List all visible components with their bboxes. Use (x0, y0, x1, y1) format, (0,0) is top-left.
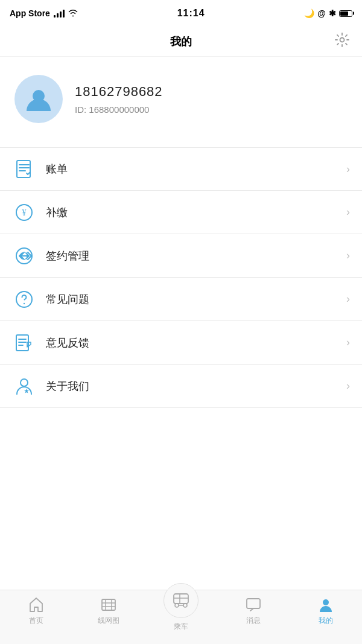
mine-icon (317, 596, 334, 613)
menu-label-bill: 账单 (46, 162, 346, 176)
chevron-right-icon: › (346, 249, 350, 262)
svg-rect-21 (174, 594, 188, 604)
status-time: 11:14 (177, 8, 205, 19)
svg-point-0 (340, 37, 345, 42)
tab-item-mine[interactable]: 我的 (290, 596, 362, 626)
menu-label-repay: 补缴 (46, 205, 346, 220)
menu-label-feedback: 意见反馈 (46, 336, 346, 350)
bill-icon (12, 157, 36, 181)
tab-item-ride[interactable]: 乘车 (145, 583, 217, 632)
profile-info: 18162798682 ID: 168800000000 (75, 84, 163, 115)
chevron-right-icon: › (346, 163, 350, 176)
at-icon: @ (317, 8, 326, 18)
profile-phone: 18162798682 (75, 84, 163, 100)
page-title: 我的 (170, 34, 192, 49)
tab-label-message: 消息 (246, 616, 261, 626)
svg-rect-11 (16, 335, 28, 351)
bluetooth-icon: ✱ (329, 8, 336, 18)
menu-list: 账单 › ¥ 补缴 › (0, 147, 362, 408)
menu-item-contract[interactable]: 签约管理 › (0, 234, 362, 278)
svg-rect-16 (102, 599, 115, 610)
menu-item-faq[interactable]: 常见问题 › (0, 278, 362, 321)
moon-icon: 🌙 (304, 8, 314, 18)
svg-point-24 (175, 604, 179, 607)
svg-point-29 (323, 599, 329, 605)
repay-icon: ¥ (12, 200, 36, 225)
menu-item-feedback[interactable]: 意见反馈 › (0, 321, 362, 365)
tab-label-map: 线网图 (98, 616, 119, 626)
home-icon (28, 596, 45, 613)
menu-label-contract: 签约管理 (46, 249, 346, 263)
tab-bar: 首页 线网图 乘 (0, 590, 362, 644)
menu-item-repay[interactable]: ¥ 补缴 › (0, 191, 362, 234)
chevron-right-icon: › (346, 380, 350, 392)
menu-label-faq: 常见问题 (46, 292, 346, 307)
svg-point-10 (24, 302, 25, 304)
svg-point-15 (21, 379, 28, 386)
ride-center-inner (165, 585, 197, 616)
tab-label-ride: 乘车 (174, 622, 188, 632)
tab-label-mine: 我的 (319, 616, 333, 626)
tab-item-message[interactable]: 消息 (217, 596, 290, 626)
avatar (14, 75, 63, 123)
chevron-right-icon: › (346, 206, 350, 218)
menu-label-about: 关于我们 (46, 379, 346, 394)
tab-label-home: 首页 (29, 616, 43, 626)
profile-section: 18162798682 ID: 168800000000 (0, 57, 362, 141)
chevron-right-icon: › (346, 336, 350, 349)
tab-item-map[interactable]: 线网图 (72, 596, 145, 626)
status-bar: App Store 11:14 🌙 @ ✱ (0, 0, 362, 27)
svg-text:¥: ¥ (22, 208, 27, 217)
settings-button[interactable] (334, 32, 350, 51)
menu-item-about[interactable]: 关于我们 › (0, 365, 362, 408)
svg-rect-2 (17, 161, 30, 177)
svg-point-25 (183, 604, 187, 607)
ride-icon (170, 589, 192, 612)
ride-center-circle (164, 583, 198, 618)
about-icon (12, 374, 36, 398)
contract-icon (12, 244, 36, 268)
map-icon (100, 596, 117, 613)
signal-icon (54, 9, 65, 18)
carrier-text: App Store (10, 8, 50, 18)
faq-icon (12, 287, 36, 311)
gear-icon (334, 32, 350, 48)
message-icon (245, 596, 262, 613)
status-left: App Store (10, 8, 78, 19)
wifi-icon (68, 8, 78, 19)
status-right: 🌙 @ ✱ (304, 8, 352, 18)
menu-item-bill[interactable]: 账单 › (0, 147, 362, 191)
avatar-icon (24, 84, 54, 114)
battery-icon (339, 10, 352, 17)
profile-id: ID: 168800000000 (75, 104, 163, 115)
feedback-icon (12, 331, 36, 355)
chevron-right-icon: › (346, 293, 350, 305)
tab-item-home[interactable]: 首页 (0, 596, 72, 626)
nav-header: 我的 (0, 27, 362, 57)
svg-rect-28 (247, 599, 260, 608)
